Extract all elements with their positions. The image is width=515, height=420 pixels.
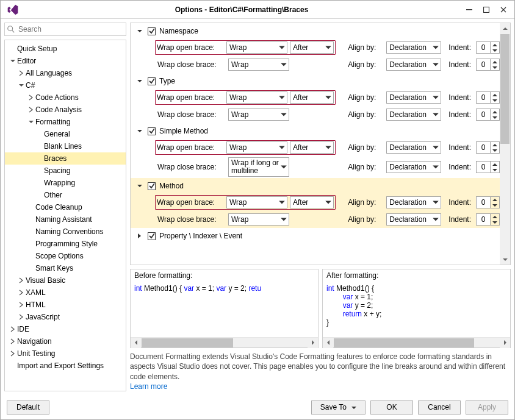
wrap-close-dropdown[interactable]: Wrap <box>228 109 289 121</box>
align-by-label: Align by: <box>348 215 381 224</box>
tree-item-general[interactable]: General <box>5 128 126 140</box>
tree-item-quick-setup[interactable]: Quick Setup <box>5 43 126 55</box>
scroll-left-icon[interactable] <box>131 338 141 348</box>
tree-item-blank-lines[interactable]: Blank Lines <box>5 140 126 152</box>
indent-label: Indent: <box>448 110 471 119</box>
wrap-open-when-dropdown[interactable]: After <box>290 196 334 208</box>
minimize-button[interactable] <box>461 3 478 16</box>
search-input[interactable] <box>4 23 126 36</box>
vertical-scrollbar[interactable] <box>500 23 510 265</box>
align-by-dropdown[interactable]: Declaration <box>386 41 441 54</box>
svg-line-3 <box>12 30 15 33</box>
indent-spinner[interactable] <box>476 91 500 104</box>
tree-item-formatting[interactable]: Formatting <box>5 116 126 128</box>
wrap-open-when-dropdown[interactable]: After <box>290 41 334 54</box>
collapse-toggle[interactable] <box>135 127 144 135</box>
cancel-button[interactable]: Cancel <box>418 400 461 415</box>
group-checkbox[interactable] <box>148 27 156 35</box>
tree-item-all-languages[interactable]: All Languages <box>5 67 126 79</box>
wrap-close-dropdown[interactable]: Wrap <box>228 213 289 226</box>
collapse-toggle[interactable] <box>135 77 144 85</box>
tree-item-import-export[interactable]: Import and Export Settings <box>5 360 126 372</box>
wrap-open-label: Wrap open brace: <box>157 43 224 52</box>
tree-item-visual-basic[interactable]: Visual Basic <box>5 274 126 287</box>
tree-item-code-cleanup[interactable]: Code Cleanup <box>5 201 126 213</box>
horizontal-scrollbar[interactable] <box>131 337 318 347</box>
indent-spinner[interactable] <box>476 213 500 226</box>
align-by-dropdown[interactable]: Declaration <box>386 141 441 154</box>
indent-spinner[interactable] <box>476 161 500 173</box>
tree-item-naming-assistant[interactable]: Naming Assistant <box>5 213 126 226</box>
collapse-toggle[interactable] <box>135 182 144 190</box>
group-checkbox[interactable] <box>148 127 156 135</box>
group-title: Type <box>159 77 175 85</box>
group-checkbox[interactable] <box>148 232 156 240</box>
tree-item-naming-conventions[interactable]: Naming Conventions <box>5 226 126 238</box>
scroll-thumb[interactable] <box>500 34 510 144</box>
scroll-thumb[interactable] <box>334 338 474 347</box>
tree-item-scope-options[interactable]: Scope Options <box>5 250 126 262</box>
indent-label: Indent: <box>448 43 471 52</box>
tree-item-code-analysis[interactable]: Code Analysis <box>5 104 126 116</box>
group-checkbox[interactable] <box>148 77 156 85</box>
options-tree[interactable]: Quick Setup Editor All Languages C# Code… <box>4 40 126 391</box>
default-button[interactable]: Default <box>7 400 49 415</box>
ok-button[interactable]: OK <box>370 400 413 415</box>
close-button[interactable] <box>495 3 512 16</box>
tree-item-other[interactable]: Other <box>5 189 126 201</box>
indent-spinner[interactable] <box>476 59 500 71</box>
tree-item-ide[interactable]: IDE <box>5 323 126 335</box>
learn-more-link[interactable]: Learn more <box>130 382 167 391</box>
after-code: int Method1() { var x = 1; var y = 2; re… <box>323 282 510 337</box>
wrap-open-when-dropdown[interactable]: After <box>290 141 334 154</box>
scroll-right-icon[interactable] <box>308 338 318 348</box>
align-by-dropdown[interactable]: Declaration <box>386 59 441 71</box>
group-checkbox[interactable] <box>148 182 156 190</box>
spin-up-icon[interactable] <box>491 42 499 48</box>
scroll-up-icon[interactable] <box>500 23 510 34</box>
save-to-button[interactable]: Save To <box>311 400 366 415</box>
wrap-open-dropdown[interactable]: Wrap <box>226 91 287 104</box>
tree-item-wrapping[interactable]: Wrapping <box>5 177 126 189</box>
wrap-open-when-dropdown[interactable]: After <box>290 91 334 104</box>
align-by-dropdown[interactable]: Declaration <box>386 91 441 104</box>
wrap-open-dropdown[interactable]: Wrap <box>226 41 287 54</box>
wrap-open-dropdown[interactable]: Wrap <box>226 196 287 208</box>
tree-item-csharp[interactable]: C# <box>5 79 126 91</box>
align-by-dropdown[interactable]: Declaration <box>386 196 441 208</box>
scroll-thumb[interactable] <box>142 338 233 347</box>
tree-item-javascript[interactable]: JavaScript <box>5 311 126 323</box>
tree-item-editor[interactable]: Editor <box>5 55 126 67</box>
indent-spinner[interactable] <box>476 41 500 54</box>
tree-item-spacing[interactable]: Spacing <box>5 165 126 177</box>
scroll-left-icon[interactable] <box>323 338 333 348</box>
svg-point-2 <box>8 26 13 31</box>
tree-item-html[interactable]: HTML <box>5 299 126 311</box>
apply-button[interactable]: Apply <box>466 400 508 415</box>
wrap-close-dropdown[interactable]: Wrap <box>228 59 289 71</box>
align-by-dropdown[interactable]: Declaration <box>386 161 441 173</box>
align-by-dropdown[interactable]: Declaration <box>386 213 441 226</box>
maximize-button[interactable] <box>478 3 495 16</box>
tree-item-unit-testing[interactable]: Unit Testing <box>5 347 126 360</box>
group-simple-method: Simple Method Wrap open brace: Wrap Afte… <box>131 123 500 178</box>
collapse-toggle[interactable] <box>135 27 144 35</box>
tree-item-braces[interactable]: Braces <box>5 152 126 165</box>
indent-spinner[interactable] <box>476 141 500 154</box>
tree-item-navigation[interactable]: Navigation <box>5 335 126 347</box>
tree-item-code-actions[interactable]: Code Actions <box>5 91 126 104</box>
indent-label: Indent: <box>448 163 471 171</box>
scroll-right-icon[interactable] <box>500 338 510 348</box>
scroll-down-icon[interactable] <box>500 254 510 265</box>
tree-item-xaml[interactable]: XAML <box>5 287 126 299</box>
collapse-toggle[interactable] <box>135 232 144 240</box>
tree-item-programming-style[interactable]: Programming Style <box>5 238 126 250</box>
spin-down-icon[interactable] <box>491 48 499 53</box>
indent-spinner[interactable] <box>476 109 500 121</box>
wrap-open-dropdown[interactable]: Wrap <box>226 141 287 154</box>
align-by-dropdown[interactable]: Declaration <box>386 109 441 121</box>
wrap-close-dropdown[interactable]: Wrap if long or multiline <box>228 157 289 177</box>
indent-spinner[interactable] <box>476 196 500 208</box>
tree-item-smart-keys[interactable]: Smart Keys <box>5 262 126 274</box>
horizontal-scrollbar[interactable] <box>323 337 510 347</box>
